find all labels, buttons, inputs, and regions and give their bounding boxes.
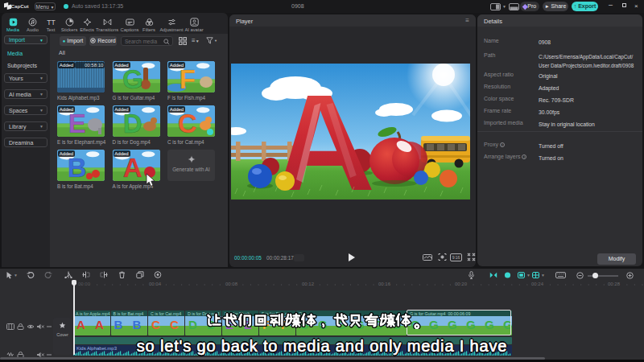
svg-text:TT: TT	[47, 18, 56, 26]
svg-text:E: E	[68, 109, 86, 137]
svg-text:D: D	[122, 109, 142, 137]
svg-text:9:16: 9:16	[452, 255, 460, 260]
svg-text:B: B	[68, 153, 87, 181]
svg-text:C: C	[178, 109, 197, 137]
svg-text:A: A	[122, 153, 142, 181]
svg-text:G: G	[122, 64, 142, 93]
svg-text:F: F	[180, 64, 196, 93]
